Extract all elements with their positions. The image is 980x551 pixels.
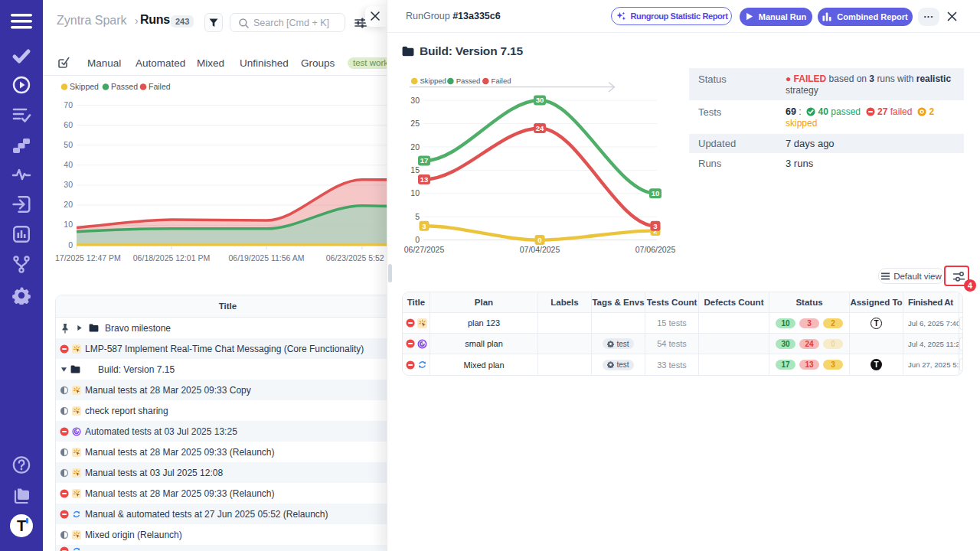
svg-text:0: 0 [68,240,73,249]
svg-text:Skipped: Skipped [70,82,99,91]
svg-text:50: 50 [64,140,73,149]
svg-text:10: 10 [652,189,660,197]
svg-text:17/2025 12:47 PM: 17/2025 12:47 PM [55,253,121,262]
svg-text:3: 3 [422,222,426,230]
svg-text:06/19/2025 11:56 AM: 06/19/2025 11:56 AM [228,253,304,262]
svg-text:20: 20 [64,200,73,209]
svg-text:60: 60 [64,120,73,129]
svg-text:06/27/2025: 06/27/2025 [404,245,445,254]
svg-text:07/06/2025: 07/06/2025 [635,245,676,254]
svg-text:20: 20 [410,142,420,152]
svg-text:30: 30 [536,96,544,104]
svg-text:17: 17 [420,156,429,165]
svg-text:Failed: Failed [492,77,511,85]
svg-text:30: 30 [64,180,73,189]
svg-text:06/18/2025 12:01 PM: 06/18/2025 12:01 PM [133,253,210,262]
svg-text:06/23/2025 5:52 PM: 06/23/2025 5:52 PM [326,253,387,262]
svg-text:10: 10 [64,220,73,229]
svg-text:13: 13 [420,175,429,184]
svg-text:0: 0 [537,236,541,244]
svg-text:25: 25 [410,119,420,128]
svg-text:5: 5 [415,212,420,221]
svg-text:24: 24 [536,124,544,132]
svg-text:Skipped: Skipped [420,77,446,85]
svg-text:Passed: Passed [111,82,138,91]
svg-text:30: 30 [410,96,420,105]
svg-text:Passed: Passed [456,77,481,85]
svg-text:07/04/2025: 07/04/2025 [520,245,560,254]
svg-text:40: 40 [64,160,73,169]
svg-text:0: 0 [415,235,420,244]
svg-text:70: 70 [64,100,73,109]
svg-text:15: 15 [410,165,420,174]
svg-text:3: 3 [653,222,657,230]
svg-text:Failed: Failed [149,82,171,91]
svg-text:10: 10 [410,188,420,197]
